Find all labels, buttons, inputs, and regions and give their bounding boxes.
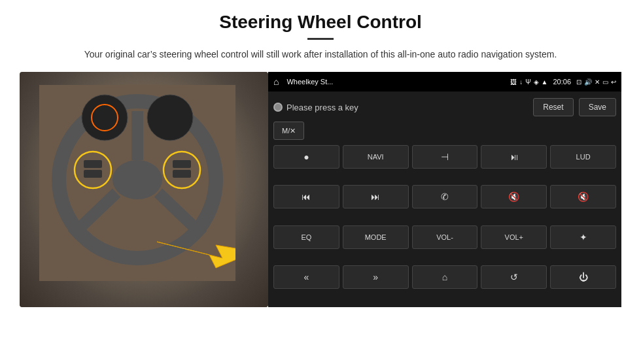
mode-btn[interactable]: MODE	[343, 225, 409, 249]
source-btn[interactable]: ●	[273, 145, 339, 169]
next-icon: ⏭	[371, 191, 380, 202]
next-btn[interactable]: ⏭	[343, 185, 409, 208]
mute-icon: 🔇	[508, 191, 519, 202]
radio-ui: ⌂ Wheelkey St... 🖼 ↓ Ψ ◈ ▲ 20:06 ⊡ 🔊 ✕ ▭…	[268, 72, 621, 307]
home-nav-icon: ⌂	[442, 272, 447, 282]
ff-btn[interactable]: »	[343, 265, 409, 289]
status-icons: 🖼 ↓ Ψ ◈ ▲ 20:06 ⊡ 🔊 ✕ ▭ ↩	[510, 78, 616, 86]
radio-main: Please press a key Reset Save M/✕ ●	[268, 91, 621, 307]
play-pause-btn[interactable]: ⏯	[481, 145, 547, 169]
status-bar: ⌂ Wheelkey St... 🖼 ↓ Ψ ◈ ▲ 20:06 ⊡ 🔊 ✕ ▭…	[268, 72, 621, 91]
back-icon: ↩	[611, 78, 616, 86]
return-btn[interactable]: ↺	[481, 265, 547, 289]
usb-icon: Ψ	[525, 78, 530, 86]
home-icon: ⌂	[273, 76, 279, 87]
eq-label: EQ	[301, 233, 311, 241]
phone-btn[interactable]: ✆	[412, 185, 478, 208]
svg-rect-11	[173, 170, 191, 178]
btn-grid: ● NAVI ⊣ ⏯ LUD ⏮	[273, 145, 616, 302]
mute-row: M/✕	[273, 122, 616, 141]
return-icon: ↺	[510, 272, 518, 282]
svg-rect-8	[84, 170, 102, 178]
wifi-icon: ◈	[534, 78, 539, 86]
page-container: Steering Wheel Control Your original car…	[0, 0, 641, 364]
vol-up-label: VOL+	[505, 233, 523, 241]
rewind-icon: «	[304, 272, 309, 282]
power-btn[interactable]: ⏻	[550, 265, 616, 289]
svg-point-2	[113, 160, 162, 199]
ff-icon: »	[373, 272, 378, 282]
content-row: ⌂ Wheelkey St... 🖼 ↓ Ψ ◈ ▲ 20:06 ⊡ 🔊 ✕ ▭…	[20, 72, 621, 307]
vol-down-btn[interactable]: VOL-	[412, 225, 478, 249]
close-btn[interactable]: ✕	[595, 78, 600, 86]
svg-point-12	[82, 95, 128, 141]
navi-label: NAVI	[368, 153, 384, 161]
radio-icon: ⊣	[441, 152, 449, 162]
status-time: 20:06	[553, 78, 571, 86]
svg-rect-7	[84, 160, 102, 168]
eq-btn[interactable]: EQ	[273, 225, 339, 249]
key-row: Please press a key Reset Save	[273, 97, 616, 118]
reset-button[interactable]: Reset	[533, 98, 573, 116]
signal-icon: ▲	[542, 78, 548, 86]
minimize-icon: ▭	[602, 78, 608, 86]
svg-point-13	[147, 95, 193, 141]
steering-wheel-image	[20, 72, 268, 307]
mute-button[interactable]: M/✕	[273, 122, 304, 140]
page-title: Steering Wheel Control	[219, 12, 422, 33]
radio-btn[interactable]: ⊣	[412, 145, 478, 169]
mute-icon-btn[interactable]: 🔇	[481, 185, 547, 208]
power-icon: ⏻	[579, 272, 588, 282]
app-name-label: Wheelkey St...	[286, 78, 506, 86]
vol-mute-btn[interactable]: 🔇	[550, 185, 616, 208]
rewind-btn[interactable]: «	[273, 265, 339, 289]
home-nav-btn[interactable]: ⌂	[412, 265, 478, 289]
title-divider	[307, 38, 334, 40]
key-dot-icon	[273, 103, 283, 112]
page-subtitle: Your original car’s steering wheel contr…	[84, 48, 557, 61]
mode-label: MODE	[365, 233, 387, 241]
vol-down-label: VOL-	[436, 233, 453, 241]
lud-btn[interactable]: LUD	[550, 145, 616, 169]
key-prompt-text: Please press a key	[286, 103, 358, 112]
vol-mute-icon: 🔇	[578, 191, 589, 202]
navi-btn[interactable]: NAVI	[343, 145, 409, 169]
prev-icon: ⏮	[302, 191, 311, 202]
vol-up-btn[interactable]: VOL+	[481, 225, 547, 249]
prev-btn[interactable]: ⏮	[273, 185, 339, 208]
bt-icon: ✦	[580, 232, 587, 242]
phone-icon: ✆	[441, 191, 449, 202]
screenshot-icon: ⊡	[576, 78, 581, 86]
image-icon: 🖼	[510, 78, 517, 86]
bt-btn[interactable]: ✦	[550, 225, 616, 249]
source-icon: ●	[303, 152, 309, 162]
save-button[interactable]: Save	[579, 98, 616, 116]
download-icon: ↓	[519, 78, 523, 86]
volume-icon: 🔊	[584, 78, 592, 86]
svg-rect-10	[173, 160, 191, 168]
key-indicator: Please press a key	[273, 103, 528, 112]
lud-label: LUD	[576, 153, 591, 161]
play-pause-icon: ⏯	[510, 152, 519, 162]
